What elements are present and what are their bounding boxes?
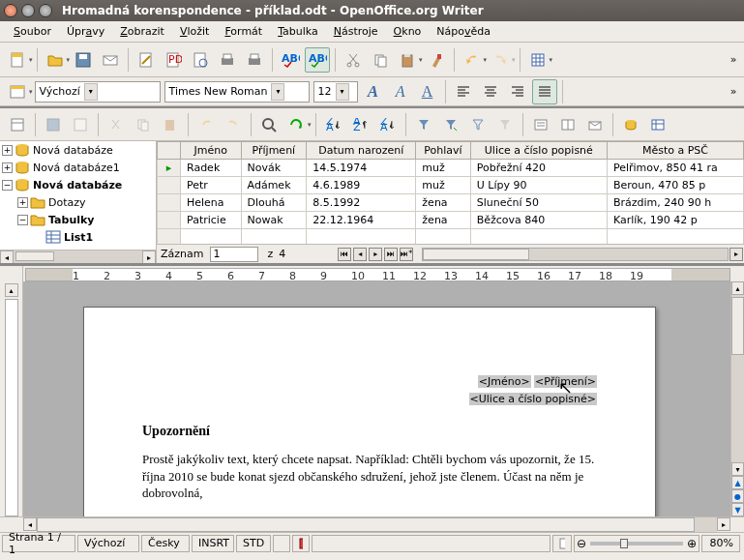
scroll-down-button[interactable]: ▾ xyxy=(731,462,744,476)
scroll-thumb[interactable] xyxy=(37,517,695,532)
cell[interactable]: 4.6.1989 xyxy=(307,177,416,194)
bold-button[interactable]: A xyxy=(361,79,386,104)
save-button[interactable] xyxy=(71,47,96,73)
tree-toggle[interactable]: + xyxy=(2,162,13,173)
cell[interactable]: Nowak xyxy=(241,212,307,229)
dropdown-icon[interactable]: ▾ xyxy=(29,88,33,96)
mailmerge-field-ulice[interactable]: <Ulice a číslo popisné> xyxy=(469,393,598,405)
cell[interactable]: žena xyxy=(416,194,470,212)
prev-record-button[interactable]: ◂ xyxy=(353,248,367,261)
cell[interactable]: Helena xyxy=(181,194,242,212)
scroll-thumb[interactable] xyxy=(731,297,744,355)
data-source-button[interactable] xyxy=(618,112,643,137)
dropdown-icon[interactable]: ▾ xyxy=(512,56,516,64)
db-redo-button[interactable] xyxy=(221,112,246,137)
scroll-left-button[interactable]: ◂ xyxy=(0,251,14,263)
cell[interactable]: Novák xyxy=(241,160,307,177)
sort-desc-button[interactable]: ZA xyxy=(375,112,401,137)
tree-item[interactable]: +Nová databáze1 xyxy=(0,159,156,176)
row-header[interactable] xyxy=(158,142,181,160)
open-button[interactable] xyxy=(43,47,68,73)
cell[interactable]: Karlík, 190 42 p xyxy=(607,212,743,229)
menu-nastroje[interactable]: Nástroje xyxy=(326,23,386,40)
data-to-text-button[interactable] xyxy=(528,112,553,137)
window-close-button[interactable] xyxy=(4,4,17,17)
last-record-button[interactable]: ⏭ xyxy=(384,248,398,261)
menu-soubor[interactable]: Soubor xyxy=(6,23,59,40)
sort-button[interactable]: ZA xyxy=(321,112,346,137)
menu-upravy[interactable]: Úpravy xyxy=(59,23,112,40)
scroll-right-button[interactable]: ▸ xyxy=(729,248,743,261)
column-header[interactable]: Město a PSČ xyxy=(607,142,743,160)
ruler-horizontal[interactable]: 12345678910111213141516171819 xyxy=(0,264,744,281)
cell[interactable]: Běžcova 840 xyxy=(470,212,607,229)
print-preview-button[interactable] xyxy=(188,47,213,73)
cut-button[interactable] xyxy=(341,47,366,73)
paragraph-style-combo[interactable]: Výchozí▾ xyxy=(35,81,161,103)
status-page[interactable]: Strana 1 / 1 xyxy=(2,535,75,552)
status-selection[interactable]: STD xyxy=(236,535,271,552)
status-style[interactable]: Výchozí xyxy=(77,535,139,552)
status-info[interactable] xyxy=(312,535,551,552)
row-selector[interactable] xyxy=(158,177,181,194)
tree-item[interactable]: −Tabulky xyxy=(0,211,156,228)
explorer-button[interactable] xyxy=(645,112,670,137)
font-name-combo[interactable]: Times New Roman▾ xyxy=(164,81,310,103)
column-header[interactable]: Pohlaví xyxy=(416,142,470,160)
cell[interactable]: Radek xyxy=(181,160,242,177)
tree-item[interactable]: +Dotazy xyxy=(0,193,156,211)
default-filter-button[interactable] xyxy=(465,112,491,137)
column-header[interactable]: Ulice a číslo popisné xyxy=(470,142,607,160)
scroll-right-button[interactable]: ▸ xyxy=(717,517,730,531)
menu-vlozit[interactable]: Vložit xyxy=(172,23,217,40)
tree-item[interactable]: List1 xyxy=(0,228,156,246)
datasource-tree[interactable]: +Nová databáze+Nová databáze1−Nová datab… xyxy=(0,141,157,263)
chevron-down-icon[interactable]: ▾ xyxy=(271,83,284,101)
table-row[interactable]: HelenaDlouhá8.5.1992ženaSluneční 50Brázd… xyxy=(158,194,744,212)
menu-napoveda[interactable]: Nápověda xyxy=(429,23,498,40)
edit-button[interactable] xyxy=(134,47,159,73)
status-insert[interactable]: INSRT xyxy=(192,535,234,552)
doc-heading[interactable]: Upozornění xyxy=(142,424,597,439)
redo-button[interactable] xyxy=(488,47,513,73)
cell[interactable]: Brázdim, 240 90 h xyxy=(607,194,743,212)
new-button[interactable] xyxy=(5,47,30,73)
row-selector[interactable] xyxy=(158,194,181,212)
scroll-thumb[interactable] xyxy=(423,249,529,260)
column-header[interactable]: Příjmení xyxy=(241,142,307,160)
window-maximize-button[interactable] xyxy=(39,4,52,17)
cell[interactable]: Adámek xyxy=(241,177,307,194)
mailmerge-field-jmeno[interactable]: <Jméno> xyxy=(478,375,531,388)
pdf-export-button[interactable]: PDF xyxy=(161,47,186,73)
zoom-slider[interactable]: ⊖ ⊕ xyxy=(574,535,699,552)
print-direct-button[interactable] xyxy=(242,47,267,73)
tree-toggle[interactable]: + xyxy=(17,197,28,208)
dropdown-icon[interactable]: ▾ xyxy=(484,56,488,64)
db-cut-button[interactable] xyxy=(104,112,129,137)
dropdown-icon[interactable]: ▾ xyxy=(308,121,312,129)
db-content-button[interactable] xyxy=(5,112,30,137)
menu-okno[interactable]: Okno xyxy=(386,23,430,40)
cell[interactable]: 22.12.1964 xyxy=(307,212,416,229)
db-edit-button[interactable] xyxy=(68,112,93,137)
align-right-button[interactable] xyxy=(505,79,530,104)
cell[interactable]: muž xyxy=(416,160,470,177)
ruler-btn[interactable]: ▴ xyxy=(5,283,18,297)
dropdown-icon[interactable]: ▾ xyxy=(29,56,33,64)
window-minimize-button[interactable] xyxy=(21,4,35,17)
cell[interactable]: žena xyxy=(416,212,470,229)
row-selector[interactable] xyxy=(158,212,181,229)
find-record-button[interactable] xyxy=(256,112,282,137)
align-left-button[interactable] xyxy=(451,79,476,104)
scroll-thumb[interactable] xyxy=(15,251,54,261)
tree-item[interactable]: −Nová databáze xyxy=(0,176,156,193)
styles-button[interactable] xyxy=(5,79,30,104)
column-header[interactable]: Datum narození xyxy=(307,142,416,160)
align-justify-button[interactable] xyxy=(532,79,557,104)
format-paintbrush-button[interactable] xyxy=(424,47,449,73)
scroll-left-button[interactable]: ◂ xyxy=(23,517,37,531)
dropdown-icon[interactable]: ▾ xyxy=(419,56,423,64)
dropdown-icon[interactable]: ▾ xyxy=(67,56,71,64)
status-view-button[interactable] xyxy=(552,535,572,552)
doc-body-text[interactable]: Prostě jakýkoliv text, který chcete naps… xyxy=(142,451,597,502)
